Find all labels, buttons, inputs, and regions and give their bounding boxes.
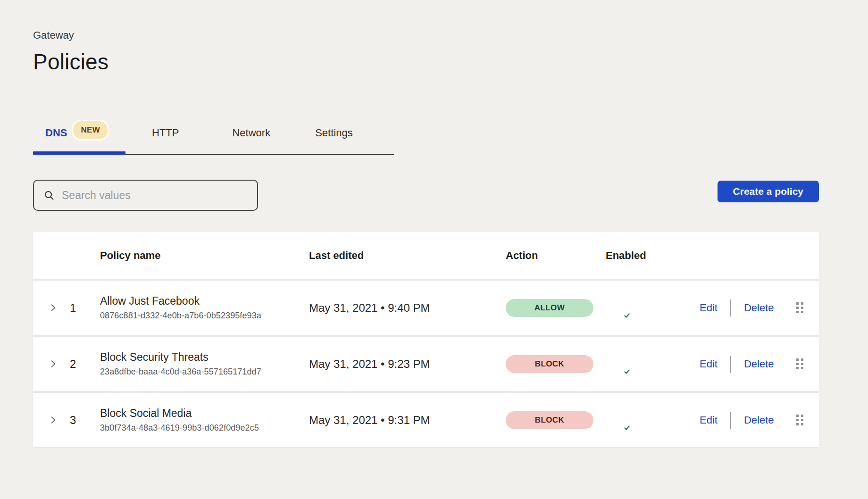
drag-handle-icon[interactable]	[794, 357, 805, 371]
policy-name: Block Social Media	[100, 407, 309, 420]
tab-settings[interactable]: Settings	[315, 127, 353, 152]
action-separator	[730, 299, 731, 316]
column-header-policy-name: Policy name	[100, 250, 309, 262]
search-box[interactable]	[33, 180, 258, 211]
table-header-row: Policy name Last edited Action Enabled	[33, 232, 819, 279]
expand-chevron-icon[interactable]	[49, 303, 58, 312]
search-input[interactable]	[62, 189, 248, 202]
table-row: 1 Allow Just Facebook 0876c881-d332-4e0b…	[33, 281, 819, 335]
policy-id: 3b0f734a-48a3-4619-99b3-d062f0d9e2c5	[100, 423, 309, 433]
column-header-enabled: Enabled	[606, 250, 700, 262]
delete-link[interactable]: Delete	[744, 358, 774, 370]
table-row: 3 Block Social Media 3b0f734a-48a3-4619-…	[33, 393, 819, 447]
drag-handle-icon[interactable]	[794, 413, 805, 427]
drag-handle-icon[interactable]	[794, 300, 805, 315]
breadcrumb: Gateway	[33, 29, 819, 42]
edit-link[interactable]: Edit	[700, 414, 718, 426]
tab-network[interactable]: Network	[232, 127, 270, 152]
check-icon	[624, 424, 630, 431]
expand-chevron-icon[interactable]	[49, 359, 58, 368]
action-separator	[730, 412, 731, 429]
gateway-policies-page: Gateway Policies DNS NEW HTTP Network Se…	[0, 0, 868, 447]
row-number: 1	[70, 301, 76, 315]
policy-name: Block Security Threats	[100, 351, 309, 364]
tab-bar: DNS NEW HTTP Network Settings	[33, 125, 394, 155]
row-number: 3	[70, 414, 76, 427]
expand-chevron-icon[interactable]	[49, 416, 58, 424]
tab-dns-label: DNS	[45, 127, 67, 139]
new-badge: NEW	[72, 120, 109, 141]
toggle-knob	[621, 366, 633, 378]
create-policy-button[interactable]: Create a policy	[718, 181, 819, 202]
action-badge: BLOCK	[506, 411, 593, 429]
check-icon	[624, 312, 630, 319]
toggle-knob	[621, 309, 633, 322]
action-badge: BLOCK	[506, 355, 593, 373]
toggle-knob	[621, 422, 633, 434]
toolbar: Create a policy	[33, 180, 819, 211]
row-number: 2	[70, 358, 76, 371]
policy-id: 0876c881-d332-4e0b-a7b6-0b52395fe93a	[100, 311, 309, 321]
tab-http[interactable]: HTTP	[152, 127, 179, 152]
edit-link[interactable]: Edit	[700, 302, 718, 314]
policies-table: Policy name Last edited Action Enabled 1…	[33, 232, 819, 447]
last-edited-value: May 31, 2021 • 9:31 PM	[309, 414, 506, 427]
tab-dns[interactable]: DNS NEW	[33, 125, 123, 154]
action-badge: ALLOW	[506, 299, 593, 317]
search-icon	[43, 190, 55, 201]
last-edited-value: May 31, 2021 • 9:40 PM	[309, 301, 506, 315]
column-header-action: Action	[506, 250, 606, 262]
delete-link[interactable]: Delete	[744, 302, 774, 314]
column-header-last-edited: Last edited	[309, 250, 506, 262]
table-row: 2 Block Security Threats 23a8dfbe-baaa-4…	[33, 337, 819, 391]
policy-id: 23a8dfbe-baaa-4c0d-a36a-557165171dd7	[100, 367, 309, 377]
edit-link[interactable]: Edit	[700, 358, 718, 370]
last-edited-value: May 31, 2021 • 9:23 PM	[309, 358, 506, 371]
page-title: Policies	[33, 49, 819, 75]
check-icon	[624, 368, 630, 375]
delete-link[interactable]: Delete	[744, 414, 774, 426]
policy-name: Allow Just Facebook	[100, 295, 309, 308]
active-tab-underline	[33, 151, 125, 155]
action-separator	[730, 356, 731, 373]
